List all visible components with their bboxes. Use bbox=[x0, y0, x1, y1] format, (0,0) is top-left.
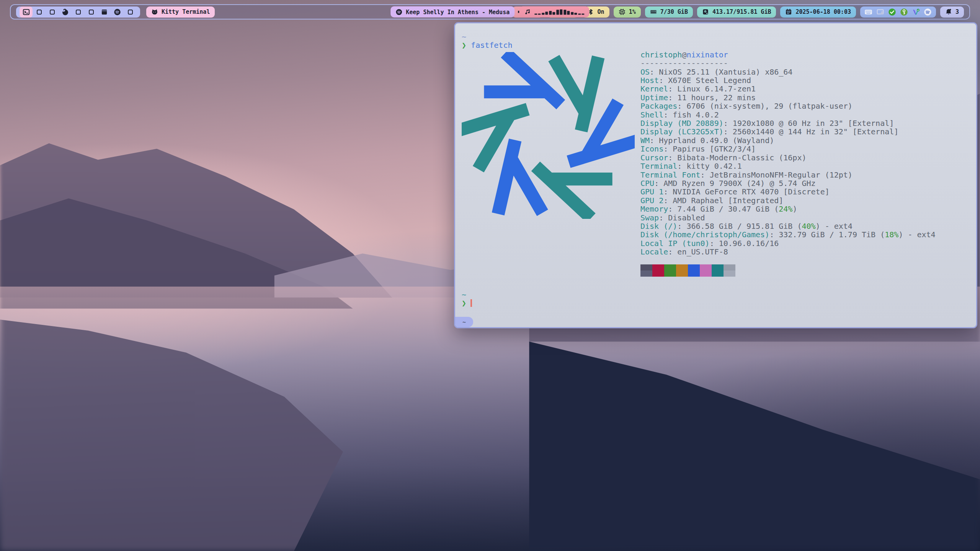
workspace-item-spotify[interactable] bbox=[111, 7, 124, 18]
terminal-content[interactable]: ~ ❯ fastfetch christoph@nixinator ------… bbox=[455, 23, 976, 317]
notifications-module[interactable]: 3 bbox=[940, 7, 964, 18]
keyboard-icon[interactable] bbox=[864, 8, 872, 16]
fastfetch-line: GPU 1: NVIDIA GeForce RTX 4070 [Discrete… bbox=[640, 187, 936, 196]
check-circle-icon[interactable] bbox=[888, 8, 896, 16]
viz-bar bbox=[564, 10, 566, 15]
window-icon bbox=[101, 8, 108, 16]
workspace-item-terminal[interactable] bbox=[20, 7, 33, 18]
workspace-item-empty[interactable] bbox=[72, 7, 85, 18]
active-window-title[interactable]: Kitty Terminal bbox=[146, 7, 215, 18]
palette-swatch bbox=[652, 264, 664, 271]
viz-bar bbox=[571, 12, 573, 15]
clock-value: 2025-06-18 00:03 bbox=[795, 8, 851, 15]
empty-workspace-icon bbox=[37, 10, 42, 15]
empty-workspace-icon bbox=[128, 10, 133, 15]
empty-workspace-icon bbox=[76, 10, 81, 15]
disk-module[interactable]: 413.17/915.81 GiB bbox=[697, 7, 776, 18]
fastfetch-line: GPU 2: AMD Raphael [Integrated] bbox=[640, 196, 936, 205]
palette-swatch bbox=[688, 271, 700, 277]
palette-swatch bbox=[676, 271, 688, 277]
firefox-icon bbox=[62, 8, 69, 16]
cpu-module[interactable]: 1% bbox=[614, 7, 641, 18]
palette-swatch bbox=[724, 264, 735, 271]
top-bar: Kitty Terminal Keep Shelly In Athens - M… bbox=[10, 4, 970, 20]
keepass-key-icon[interactable] bbox=[900, 8, 908, 16]
viz-bar bbox=[578, 13, 581, 15]
fastfetch-output: christoph@nixinator ------------------- … bbox=[462, 51, 969, 277]
screen-lock-icon[interactable] bbox=[876, 8, 884, 16]
empty-workspace-icon bbox=[89, 10, 94, 15]
fastfetch-entries: OS: NixOS 25.11 (Xantusia) x86_64Host: X… bbox=[640, 68, 936, 256]
kitty-tab-bar: ~ bbox=[455, 317, 976, 327]
cpu-icon bbox=[619, 8, 626, 15]
viz-bar bbox=[542, 13, 544, 15]
viz-bar bbox=[575, 13, 577, 15]
viz-bar bbox=[556, 10, 559, 15]
viz-bar bbox=[549, 11, 552, 15]
fastfetch-title: christoph@nixinator bbox=[640, 51, 936, 59]
fastfetch-line: Local IP (tun0): 10.96.0.16/16 bbox=[640, 239, 936, 248]
memory-module[interactable]: 7/30 GiB bbox=[645, 7, 693, 18]
disk-value: 413.17/915.81 GiB bbox=[712, 8, 771, 15]
prompt-path: ~ bbox=[462, 32, 466, 41]
workspace-item-empty[interactable] bbox=[33, 7, 46, 18]
palette-swatch bbox=[640, 271, 652, 277]
viz-bar bbox=[538, 13, 541, 15]
text-cursor bbox=[470, 299, 472, 307]
kitty-terminal-window[interactable]: ~ ❯ fastfetch christoph@nixinator ------… bbox=[454, 22, 977, 328]
spotify-tray-icon[interactable] bbox=[924, 8, 932, 16]
workspace-item-window[interactable] bbox=[98, 7, 111, 18]
fastfetch-line: Terminal: kitty 0.42.1 bbox=[640, 162, 936, 170]
viz-bar bbox=[553, 12, 555, 15]
palette-swatch bbox=[640, 264, 652, 271]
window-title-label: Kitty Terminal bbox=[162, 8, 210, 15]
fastfetch-line: Kernel: Linux 6.14.7-zen1 bbox=[640, 85, 936, 93]
viz-bar bbox=[546, 11, 548, 15]
fastfetch-line: Swap: Disabled bbox=[640, 214, 936, 222]
memory-value: 7/30 GiB bbox=[660, 8, 688, 15]
kitty-cat-icon bbox=[151, 8, 158, 15]
media-player-module[interactable]: Keep Shelly In Athens - Medusa bbox=[390, 7, 514, 18]
system-tray bbox=[860, 7, 936, 18]
hdd-icon bbox=[702, 8, 709, 15]
fastfetch-line: Disk (/home/christoph/Games): 332.79 GiB… bbox=[640, 230, 936, 239]
viz-bar bbox=[534, 13, 537, 15]
media-track-label: Keep Shelly In Athens - Medusa bbox=[406, 8, 510, 15]
fastfetch-line: Packages: 6706 (nix-system), 29 (flatpak… bbox=[640, 102, 936, 110]
fastfetch-line: Disk (/): 366.58 GiB / 915.81 GiB (40%) … bbox=[640, 222, 936, 230]
music-note-icon bbox=[524, 8, 531, 15]
clock-module[interactable]: 2025-06-18 00:03 bbox=[780, 7, 856, 18]
workspace-item-empty[interactable] bbox=[124, 7, 137, 18]
workspaces-module bbox=[16, 7, 140, 18]
fastfetch-line: Display (LC32G5xT): 980x551 @ 144 Hz i… bbox=[640, 127, 936, 136]
workspace-item-empty[interactable] bbox=[46, 7, 59, 18]
fastfetch-line: Shell: fish 4.0.2 bbox=[640, 111, 936, 119]
palette-swatch bbox=[676, 264, 688, 271]
bell-icon bbox=[945, 8, 952, 15]
fastfetch-line: Locale: en_US.UTF-8 bbox=[640, 248, 936, 256]
audio-visualizer-module[interactable] bbox=[519, 7, 590, 18]
terminal-color-palette bbox=[640, 264, 936, 277]
palette-swatch bbox=[688, 264, 700, 271]
fastfetch-line: Terminal Font: JetBrainsMonoNFM-Regular … bbox=[640, 171, 936, 179]
fastfetch-line: CPU: AMD Ryzen 9 7900X (24) @ 5.74 GHz bbox=[640, 179, 936, 187]
ram-icon bbox=[650, 8, 657, 15]
viz-bar bbox=[582, 13, 585, 15]
workspace-item-firefox[interactable] bbox=[59, 7, 72, 18]
palette-swatch bbox=[664, 264, 676, 271]
palette-swatch bbox=[652, 271, 664, 277]
calendar-icon bbox=[785, 8, 792, 15]
empty-workspace-icon bbox=[50, 10, 55, 15]
fastfetch-line: WM: Hyprland 0.49.0 (Wayland) bbox=[640, 136, 936, 145]
fastfetch-line: OS: NixOS 25.11 (Xantusia) x86_64 bbox=[640, 68, 936, 76]
nixos-logo bbox=[462, 52, 635, 219]
fastfetch-line: Memory: 7.44 GiB / 30.47 GiB (24%) bbox=[640, 205, 936, 213]
workspace-item-empty[interactable] bbox=[85, 7, 98, 18]
prompt-symbol: ❯ bbox=[462, 41, 466, 50]
fastfetch-line: Uptime: 11 hours, 22 mins bbox=[640, 93, 936, 102]
prompt2-symbol: ❯ bbox=[462, 298, 466, 308]
vesktop-icon[interactable] bbox=[912, 8, 920, 16]
tab-home[interactable]: ~ bbox=[455, 317, 473, 327]
media-group: Keep Shelly In Athens - Medusa bbox=[390, 7, 589, 18]
notification-count: 3 bbox=[956, 8, 959, 15]
